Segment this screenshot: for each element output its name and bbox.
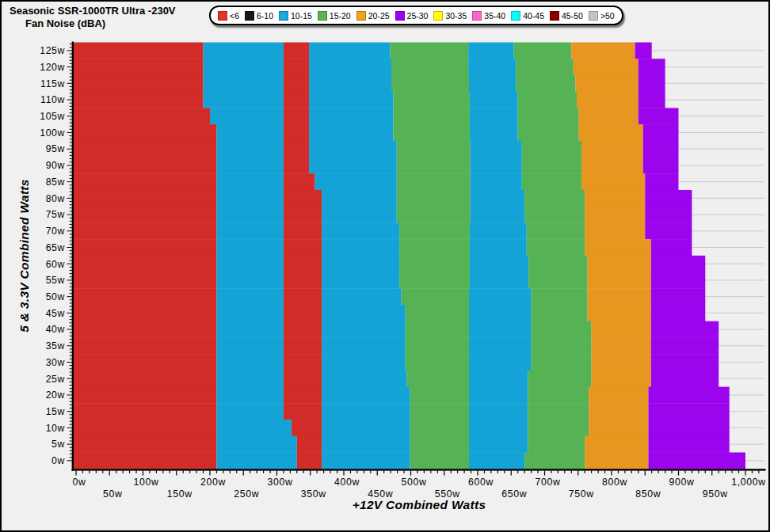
heat-band: [284, 337, 322, 354]
heat-band: [410, 420, 469, 436]
heat-band: [528, 420, 589, 436]
heat-band: [74, 75, 204, 92]
heat-band: [216, 190, 284, 207]
heat-band: [577, 92, 638, 108]
heat-band: [585, 207, 645, 223]
heat-band: [74, 403, 216, 420]
heat-band: [410, 387, 469, 404]
heat-band: [74, 222, 216, 239]
heat-band: [469, 337, 532, 354]
heat-band: [216, 305, 284, 321]
heat-band: [284, 207, 322, 223]
heat-band: [74, 43, 204, 59]
heat-band: [579, 124, 643, 141]
heat-band: [216, 141, 284, 158]
heat-band: [74, 321, 216, 338]
heat-band: [651, 354, 719, 370]
heat-band: [284, 43, 309, 59]
heat-band: [322, 272, 399, 289]
y-tick-label: 10w: [46, 423, 65, 434]
heat-band: [204, 43, 284, 59]
heat-band: [322, 436, 410, 453]
heat-band: [469, 452, 524, 469]
heat-band: [216, 239, 284, 256]
heat-band: [322, 370, 406, 387]
heat-band: [309, 108, 393, 124]
heat-band: [643, 141, 679, 158]
heat-band: [309, 59, 391, 75]
heat-band: [397, 158, 471, 174]
y-tick-label: 95w: [46, 143, 65, 154]
heat-band: [528, 272, 587, 289]
heat-band: [528, 370, 591, 387]
heat-band: [532, 321, 592, 338]
heat-band: [74, 272, 216, 289]
heat-band: [585, 436, 648, 453]
heat-band: [469, 403, 528, 420]
heat-band: [394, 108, 470, 124]
chart-frame: Seasonic SSR-1000TR Ultra -230V Fan Nois…: [0, 0, 770, 532]
heat-band: [527, 222, 585, 239]
x-tick-label: 900w: [669, 477, 695, 488]
heat-band: [322, 305, 406, 321]
heat-band: [470, 256, 528, 272]
heat-band: [216, 288, 284, 305]
heat-band: [645, 207, 692, 223]
heat-band: [74, 288, 216, 305]
heat-band: [410, 403, 469, 420]
heat-band: [315, 173, 397, 190]
heat-band: [638, 92, 665, 108]
heat-band: [588, 288, 651, 305]
heat-band: [74, 59, 204, 75]
heat-band: [532, 305, 588, 321]
heat-band: [309, 43, 390, 59]
heat-band: [585, 190, 645, 207]
heat-band: [309, 141, 397, 158]
heat-band: [74, 256, 216, 272]
heat-band: [528, 403, 589, 420]
heat-band: [284, 387, 322, 404]
heat-band: [651, 321, 719, 338]
heat-band: [471, 158, 522, 174]
heat-band: [204, 59, 284, 75]
x-axis-ticks: [76, 471, 759, 476]
heat-band: [322, 387, 410, 404]
heat-band: [216, 158, 284, 174]
y-tick-label: 55w: [46, 275, 65, 286]
heat-band: [645, 222, 692, 239]
heat-band: [571, 43, 635, 59]
x-tick-label: 100w: [134, 477, 159, 488]
heat-band: [524, 190, 585, 207]
y-axis-ticks: [67, 44, 72, 461]
heat-band: [532, 354, 592, 370]
heat-band: [74, 108, 210, 124]
heat-band: [210, 108, 284, 124]
heat-band: [470, 124, 518, 141]
heat-band: [284, 141, 309, 158]
heat-band: [638, 59, 665, 75]
heat-band: [589, 420, 648, 436]
x-tick-label: 500w: [402, 477, 427, 488]
heat-band: [522, 141, 581, 158]
heat-band: [469, 288, 532, 305]
heat-band: [406, 370, 469, 387]
y-tick-label: 35w: [46, 340, 65, 352]
x-tick-label: 200w: [200, 477, 226, 488]
heat-band: [469, 387, 528, 404]
y-tick-label: 50w: [46, 291, 65, 302]
heat-band: [284, 403, 322, 420]
heat-band: [468, 59, 516, 75]
heat-band: [322, 321, 406, 338]
x-tick-label: 0w: [73, 477, 86, 488]
heat-band: [469, 370, 528, 387]
heat-band: [645, 190, 692, 207]
heat-band: [284, 239, 322, 256]
y-axis-title: 5 & 3.3V Combined Watts: [17, 179, 32, 332]
heat-band: [284, 92, 309, 108]
heat-band: [588, 272, 651, 289]
heat-band: [284, 173, 315, 190]
heat-band: [470, 272, 528, 289]
heat-band: [397, 141, 471, 158]
x-axis-title: +12V Combined Watts: [74, 498, 764, 512]
heat-band: [284, 256, 322, 272]
